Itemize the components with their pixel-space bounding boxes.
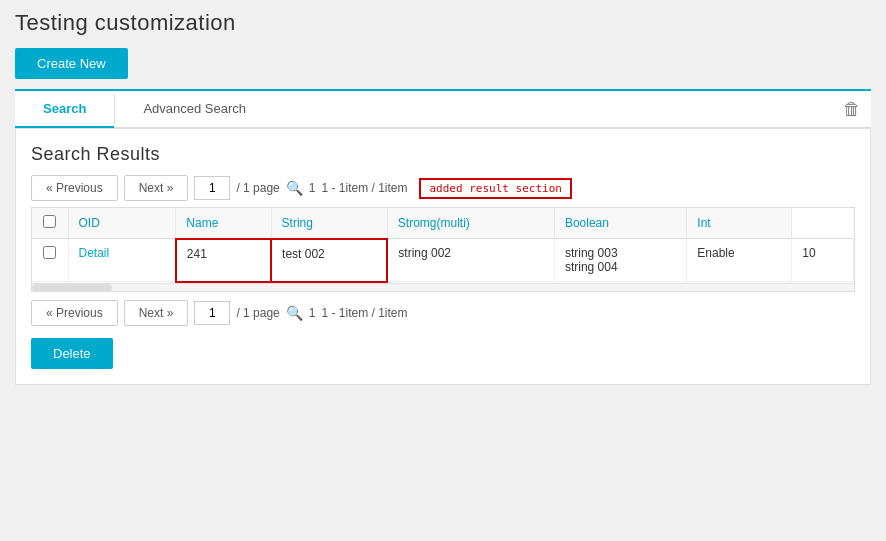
bottom-page-of: / 1 page xyxy=(236,306,279,320)
bottom-count-range: 1 - 1item / 1item xyxy=(321,306,407,320)
col-name: Name xyxy=(176,208,271,239)
row-checkbox-cell xyxy=(32,239,68,282)
bottom-count-prefix: 1 xyxy=(309,306,316,320)
create-new-button[interactable]: Create New xyxy=(15,48,128,79)
top-page-input[interactable] xyxy=(194,176,230,200)
table-wrapper: OID Name String Stromg(multi) Boolean In… xyxy=(31,207,855,292)
top-previous-button[interactable]: « Previous xyxy=(31,175,118,201)
top-count-prefix: 1 xyxy=(309,181,316,195)
top-search-icon[interactable]: 🔍 xyxy=(286,180,303,196)
bottom-pagination-row: « Previous Next » / 1 page 🔍 1 1 - 1item… xyxy=(31,300,855,326)
detail-link[interactable]: Detail xyxy=(79,246,110,260)
select-all-checkbox[interactable] xyxy=(43,215,56,228)
col-int: Int xyxy=(687,208,792,239)
trash-icon[interactable]: 🗑 xyxy=(843,99,871,120)
tabs-bar: Search Advanced Search 🗑 xyxy=(15,91,871,128)
bottom-previous-button[interactable]: « Previous xyxy=(31,300,118,326)
page-wrapper: Testing customization Create New Search … xyxy=(0,0,886,395)
tab-search[interactable]: Search xyxy=(15,91,114,128)
row-string: string 002 xyxy=(387,239,554,282)
search-results-title: Search Results xyxy=(31,144,855,165)
top-next-button[interactable]: Next » xyxy=(124,175,189,201)
top-pagination-row: « Previous Next » / 1 page 🔍 1 1 - 1item… xyxy=(31,175,855,201)
results-table: OID Name String Stromg(multi) Boolean In… xyxy=(32,208,854,283)
top-page-of: / 1 page xyxy=(236,181,279,195)
row-strongmulti: string 003string 004 xyxy=(554,239,686,282)
row-oid: 241 xyxy=(176,239,271,282)
scrollbar-track xyxy=(32,284,112,292)
table-row: Detail 241 test 002 string 002 string 00… xyxy=(32,239,854,282)
table-header-row: OID Name String Stromg(multi) Boolean In… xyxy=(32,208,854,239)
page-title: Testing customization xyxy=(15,10,871,36)
row-int: 10 xyxy=(792,239,854,282)
bottom-page-input[interactable] xyxy=(194,301,230,325)
tab-advanced-search[interactable]: Advanced Search xyxy=(115,91,274,128)
row-name: test 002 xyxy=(271,239,387,282)
col-strongmulti: Stromg(multi) xyxy=(387,208,554,239)
row-checkbox[interactable] xyxy=(43,246,56,259)
top-count-range: 1 - 1item / 1item xyxy=(321,181,407,195)
col-string: String xyxy=(271,208,387,239)
bottom-next-button[interactable]: Next » xyxy=(124,300,189,326)
delete-button[interactable]: Delete xyxy=(31,338,113,369)
row-boolean: Enable xyxy=(687,239,792,282)
search-results-section: Search Results « Previous Next » / 1 pag… xyxy=(15,128,871,385)
bottom-search-icon[interactable]: 🔍 xyxy=(286,305,303,321)
col-boolean: Boolean xyxy=(554,208,686,239)
col-checkbox xyxy=(32,208,68,239)
horizontal-scrollbar[interactable] xyxy=(32,283,854,291)
annotation-box: added result section xyxy=(419,178,571,199)
row-detail-cell: Detail xyxy=(68,239,176,282)
col-oid: OID xyxy=(68,208,176,239)
